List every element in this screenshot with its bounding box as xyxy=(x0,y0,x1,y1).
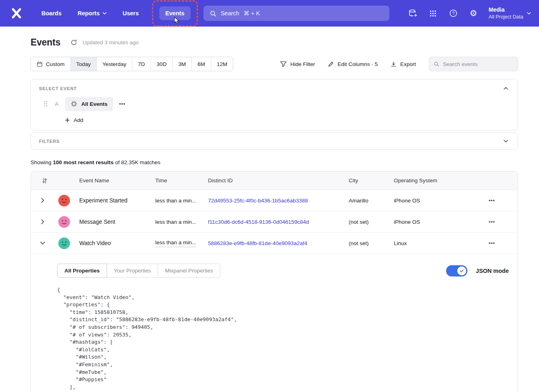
grid-icon xyxy=(429,10,437,17)
distinct-id-link[interactable]: 72d49553-25fc-4f0c-b436-1b5ac6ab3388 xyxy=(208,198,349,204)
results-summary-suffix: of 82.35K matches xyxy=(113,159,160,165)
project-selector[interactable]: Media All Project Data xyxy=(489,6,531,21)
chevron-right-icon xyxy=(41,198,44,203)
tab-all-properties[interactable]: All Properties xyxy=(57,264,107,278)
download-icon xyxy=(391,61,397,67)
tab-your-properties[interactable]: Your Properties xyxy=(107,264,158,278)
check-icon xyxy=(459,268,464,273)
nav-reports-label: Reports xyxy=(78,10,100,17)
nav-item-reports[interactable]: Reports xyxy=(72,6,113,20)
col-operating-system[interactable]: Operating System xyxy=(394,177,474,184)
add-event-button[interactable]: Add xyxy=(65,117,83,123)
row-actions-button[interactable]: ••• xyxy=(474,198,495,203)
tab-mixpanel-properties[interactable]: Mixpanel Properties xyxy=(158,264,220,278)
os-cell: iPhone OS xyxy=(394,219,474,225)
refresh-icon xyxy=(70,39,77,46)
sort-icon[interactable] xyxy=(31,177,79,184)
date-range-custom[interactable]: Custom xyxy=(31,57,71,71)
date-range-12m[interactable]: 12M xyxy=(211,57,233,71)
add-event-label: Add xyxy=(74,117,83,123)
toggle-knob xyxy=(457,266,466,275)
event-selector-chip[interactable]: All Events xyxy=(65,97,113,111)
toolbar: Custom Today Yesterday 7D 30D 3M 6M 12M … xyxy=(31,57,518,71)
help-button[interactable]: ? xyxy=(445,6,461,21)
date-range-7d[interactable]: 7D xyxy=(132,57,151,71)
table-row[interactable]: Message Sent less than a min... f11c30d6… xyxy=(31,211,518,233)
row-actions-button[interactable]: ••• xyxy=(474,240,495,246)
chevron-right-icon xyxy=(41,219,44,224)
event-name-cell: Experiment Started xyxy=(79,197,155,204)
hide-filter-button[interactable]: Hide Filter xyxy=(280,61,315,67)
calendar-icon xyxy=(37,61,43,67)
edit-columns-label: Edit Columns · 5 xyxy=(337,61,378,67)
filters-panel: FILTERS xyxy=(31,132,518,150)
page-header: Events Updated 3 minutes ago xyxy=(31,37,518,48)
pencil-icon xyxy=(328,61,334,67)
events-search-input[interactable] xyxy=(443,61,513,67)
results-summary-count: 100 most recent results xyxy=(53,159,114,165)
drag-dots-icon xyxy=(43,101,47,107)
nav-events-wrap: Events xyxy=(159,6,191,20)
date-range-yesterday[interactable]: Yesterday xyxy=(97,57,133,71)
nav-item-boards[interactable]: Boards xyxy=(35,6,68,20)
event-more-button[interactable]: ••• xyxy=(119,101,125,107)
plus-icon xyxy=(65,118,70,123)
json-mode-label: JSON mode xyxy=(476,268,509,274)
avatar xyxy=(58,237,70,249)
distinct-id-link[interactable]: f11c30d6-dc6d-4518-9136-0d046159c84d xyxy=(208,219,349,225)
global-search-shortcut: ⌘ + K xyxy=(244,10,260,17)
col-event-name[interactable]: Event Name xyxy=(79,177,155,184)
events-table: Event Name Time Distinct ID City Operati… xyxy=(31,171,518,392)
search-icon xyxy=(210,10,216,17)
row-actions-button[interactable]: ••• xyxy=(474,219,495,225)
select-event-panel: SELECT EVENT A All Events ••• xyxy=(31,79,518,130)
export-button[interactable]: Export xyxy=(391,61,416,67)
apps-grid-button[interactable] xyxy=(425,6,441,21)
row-expander[interactable] xyxy=(39,196,47,205)
settings-button[interactable]: ⚙ xyxy=(465,6,481,21)
json-view: { "event": "Watch Video", "properties": … xyxy=(57,286,509,391)
collapse-panel-button[interactable] xyxy=(502,85,510,91)
project-text: Media All Project Data xyxy=(489,6,523,21)
event-query-row: A All Events ••• xyxy=(31,97,518,111)
mixpanel-logo-icon xyxy=(10,7,23,19)
nav-item-users[interactable]: Users xyxy=(117,6,145,20)
face-icon xyxy=(58,237,70,249)
json-mode-toggle[interactable] xyxy=(446,265,467,276)
drag-handle[interactable] xyxy=(43,100,48,108)
date-range-today[interactable]: Today xyxy=(71,57,97,71)
main-content: Events Updated 3 minutes ago Custom Toda… xyxy=(0,37,539,392)
os-cell: iPhone OS xyxy=(394,198,474,204)
select-event-title: SELECT EVENT xyxy=(39,86,77,91)
gear-icon: ⚙ xyxy=(469,8,477,18)
event-row-label: A xyxy=(54,101,59,107)
edit-columns-button[interactable]: Edit Columns · 5 xyxy=(328,61,378,67)
row-expander[interactable] xyxy=(39,217,47,227)
events-search xyxy=(429,57,518,71)
expand-filters-button[interactable] xyxy=(502,138,510,144)
global-search[interactable]: Search ⌘ + K xyxy=(204,6,389,21)
help-icon: ? xyxy=(449,9,458,18)
col-time[interactable]: Time xyxy=(155,177,208,184)
date-range-picker: Custom Today Yesterday 7D 30D 3M 6M 12M xyxy=(31,57,233,71)
os-cell: Linux xyxy=(394,240,474,246)
date-range-6m[interactable]: 6M xyxy=(192,57,211,71)
table-row-expanded[interactable]: Watch Video less than a min... 5886283e-… xyxy=(31,233,518,254)
table-row[interactable]: Experiment Started less than a min... 72… xyxy=(31,190,518,211)
date-range-30d[interactable]: 30D xyxy=(151,57,173,71)
date-range-custom-label: Custom xyxy=(46,61,65,67)
data-management-button[interactable] xyxy=(405,6,421,21)
avatar xyxy=(58,195,70,206)
refresh-button[interactable] xyxy=(70,38,78,47)
event-detail-panel: All Properties Your Properties Mixpanel … xyxy=(31,254,518,392)
date-range-3m[interactable]: 3M xyxy=(173,57,192,71)
col-city[interactable]: City xyxy=(349,177,394,184)
face-icon xyxy=(58,195,70,206)
col-distinct-id[interactable]: Distinct ID xyxy=(208,177,349,184)
mixpanel-logo[interactable] xyxy=(10,7,23,19)
event-name-cell: Watch Video xyxy=(79,240,155,246)
distinct-id-link[interactable]: 5886283e-e9fb-48fb-81de-40e9093a2af4 xyxy=(208,240,349,246)
chevron-down-icon xyxy=(527,12,531,14)
filters-header: FILTERS xyxy=(31,133,518,149)
row-expander[interactable] xyxy=(38,239,47,247)
